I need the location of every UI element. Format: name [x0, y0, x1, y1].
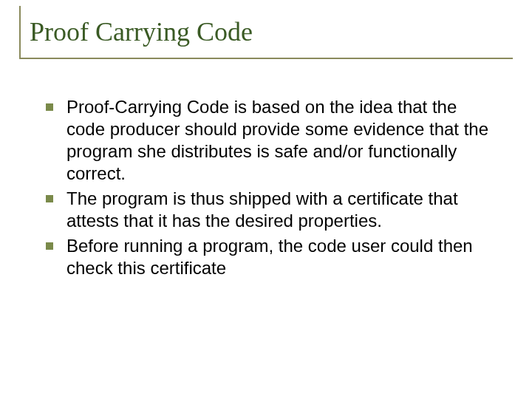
bullet-text: The program is thus shipped with a certi… [66, 188, 499, 232]
bullet-text: Proof-Carrying Code is based on the idea… [66, 96, 499, 185]
bullet-text: Before running a program, the code user … [66, 235, 499, 279]
square-bullet-icon [46, 103, 53, 111]
list-item: Before running a program, the code user … [46, 235, 499, 279]
list-item: The program is thus shipped with a certi… [46, 188, 499, 232]
square-bullet-icon [46, 195, 53, 202]
title-container: Proof Carrying Code [19, 6, 513, 59]
square-bullet-icon [46, 242, 53, 250]
list-item: Proof-Carrying Code is based on the idea… [46, 96, 499, 185]
slide-title: Proof Carrying Code [30, 16, 513, 47]
slide-content: Proof-Carrying Code is based on the idea… [15, 96, 517, 279]
slide: Proof Carrying Code Proof-Carrying Code … [0, 0, 532, 399]
